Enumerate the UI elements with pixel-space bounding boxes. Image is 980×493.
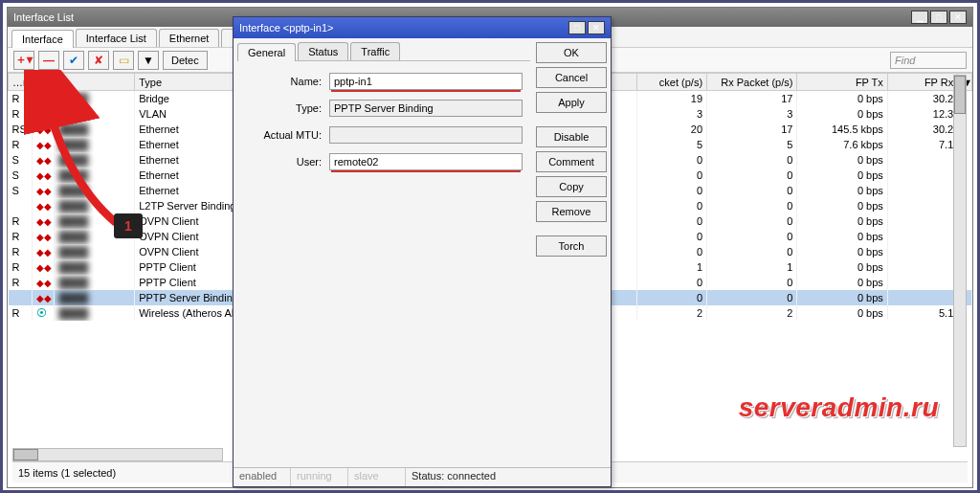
col-name[interactable]: …me <box>9 74 135 91</box>
col-cket-ps[interactable]: cket (p/s) <box>636 74 706 91</box>
row-rxp: 17 <box>707 122 797 137</box>
mtu-label: Actual MTU: <box>245 129 322 141</box>
row-cket: 0 <box>636 168 706 183</box>
wireless-icon: ⦿ <box>36 307 50 317</box>
row-fptx: 0 bps <box>797 198 887 213</box>
detect-button[interactable]: Detec <box>163 51 208 70</box>
dialog-title: Interface <pptp-in1> <box>239 22 568 34</box>
col-rx-packet-ps[interactable]: Rx Packet (p/s) <box>707 74 797 91</box>
row-fprx <box>887 213 957 229</box>
tab-status[interactable]: Status <box>298 42 348 60</box>
dialog-titlebar[interactable]: Interface <pptp-in1> □ ✕ <box>234 17 611 38</box>
filter-button[interactable]: ▼ <box>138 51 159 70</box>
row-fprx: 30.2 <box>887 91 957 106</box>
col-fp-rx[interactable]: FP Rx <box>887 74 957 91</box>
status-slave: slave <box>348 468 406 486</box>
minimize-icon[interactable]: ▁ <box>911 11 928 24</box>
interface-icon: ◆◆ <box>36 155 50 165</box>
comment-button[interactable]: ▭ <box>113 51 134 70</box>
name-input[interactable]: pptp-in1 <box>329 73 523 90</box>
row-cket: 0 <box>636 229 706 244</box>
tab-traffic[interactable]: Traffic <box>350 42 400 60</box>
row-fprx: 30.2 <box>887 122 957 137</box>
row-fptx: 0 bps <box>797 213 887 229</box>
tab-ethernet[interactable]: Ethernet <box>159 29 220 47</box>
dialog-statusbar: enabled running slave Status: connected <box>234 467 611 486</box>
row-cket: 0 <box>636 275 706 290</box>
interface-icon: ◆◆ <box>36 140 50 149</box>
row-flag: R <box>9 259 33 275</box>
row-rxp: 2 <box>707 305 797 321</box>
row-name: ████ <box>55 106 135 122</box>
horizontal-scrollbar[interactable] <box>12 448 223 461</box>
row-fprx <box>887 168 957 183</box>
row-name: ████ <box>55 137 135 152</box>
tab-general[interactable]: General <box>237 43 296 61</box>
row-fptx: 0 bps <box>797 152 887 168</box>
row-rxp: 17 <box>707 91 797 106</box>
row-cket: 2 <box>636 305 706 321</box>
type-label: Type: <box>245 102 322 114</box>
interface-icon: ◆◆ <box>36 186 50 195</box>
row-name: ████ <box>55 229 135 244</box>
row-rxp: 0 <box>707 290 797 305</box>
row-fptx: 0 bps <box>797 229 887 244</box>
row-name: ████ <box>55 275 135 290</box>
row-fprx <box>887 259 957 275</box>
col-fp-tx[interactable]: FP Tx <box>797 74 887 91</box>
ok-button[interactable]: OK <box>536 42 607 63</box>
maximize-icon[interactable]: □ <box>930 11 947 24</box>
interface-icon: ◆◆ <box>36 94 50 103</box>
interface-icon: ◆◆ <box>36 124 50 134</box>
apply-button[interactable]: Apply <box>536 92 607 113</box>
row-flag: R <box>9 305 33 321</box>
row-fptx: 7.6 kbps <box>797 137 887 152</box>
dialog-maximize-icon[interactable]: □ <box>568 21 586 34</box>
row-rxp: 0 <box>707 183 797 198</box>
row-fptx: 0 bps <box>797 168 887 183</box>
row-flag <box>9 290 33 305</box>
remove-iface-button[interactable]: Remove <box>536 201 607 222</box>
add-button[interactable]: ＋▾ <box>13 51 34 70</box>
row-rxp: 0 <box>707 244 797 259</box>
row-flag: S <box>9 183 33 198</box>
copy-button[interactable]: Copy <box>536 176 607 197</box>
enable-button[interactable]: ✔ <box>63 51 84 70</box>
row-fprx <box>887 198 957 213</box>
row-fptx: 0 bps <box>797 91 887 106</box>
row-name: ████ <box>55 198 135 213</box>
dialog-tabs: General Status Traffic <box>237 42 530 61</box>
disable-button[interactable]: ✘ <box>88 51 109 70</box>
row-cket: 1 <box>636 259 706 275</box>
vertical-scrollbar[interactable] <box>953 75 967 447</box>
interface-icon: ◆◆ <box>36 278 50 287</box>
row-fptx: 0 bps <box>797 305 887 321</box>
row-name: ████ <box>55 244 135 259</box>
name-label: Name: <box>245 76 322 87</box>
disable-iface-button[interactable]: Disable <box>536 126 607 147</box>
dialog-buttons: OK Cancel Apply Disable Comment Copy Rem… <box>536 42 607 463</box>
tab-interface[interactable]: Interface <box>11 30 74 48</box>
row-cket: 0 <box>636 198 706 213</box>
row-fprx: 12.3 <box>887 106 957 122</box>
row-flag <box>9 198 33 213</box>
row-cket: 0 <box>636 244 706 259</box>
row-name: ████ <box>55 259 135 275</box>
interface-icon: ◆◆ <box>36 216 50 226</box>
close-icon[interactable]: ✕ <box>949 11 967 24</box>
user-input[interactable]: remote02 <box>329 153 523 170</box>
find-input[interactable]: Find <box>890 52 967 69</box>
torch-button[interactable]: Torch <box>536 235 607 257</box>
status-text: 15 items (1 selected) <box>18 467 116 479</box>
row-flag: R <box>9 106 33 122</box>
interface-icon: ◆◆ <box>36 201 50 211</box>
mtu-value <box>329 126 523 144</box>
comment-iface-button[interactable]: Comment <box>536 151 607 172</box>
tab-interface-list[interactable]: Interface List <box>76 29 157 47</box>
row-name: ████ <box>55 183 135 198</box>
row-name: ████ <box>55 290 135 305</box>
remove-minus-button[interactable]: — <box>38 51 59 70</box>
cancel-button[interactable]: Cancel <box>536 67 607 88</box>
dialog-close-icon[interactable]: ✕ <box>588 21 605 34</box>
type-value: PPTP Server Binding <box>329 100 523 117</box>
